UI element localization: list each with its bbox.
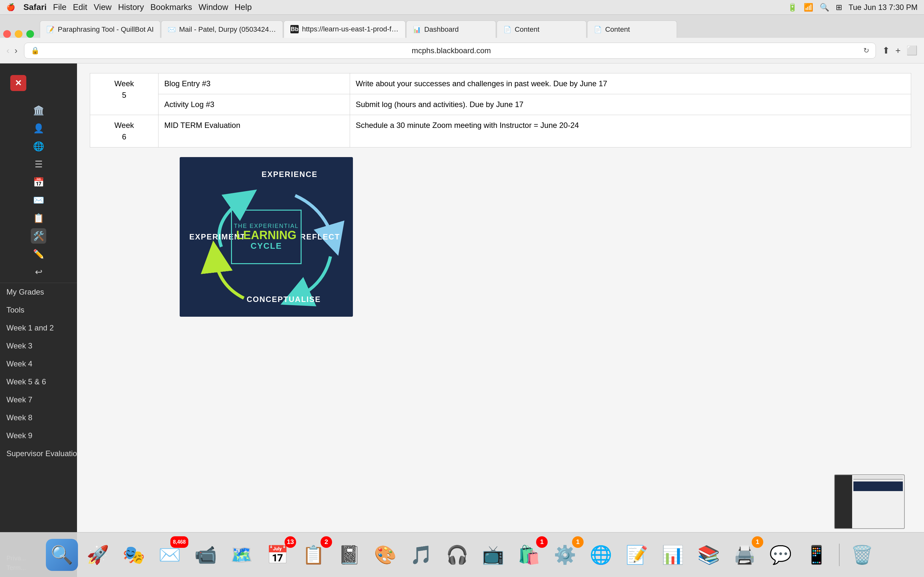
tab-label-mail: Mail - Patel, Durpy (0503424) - ... [179,25,276,34]
sidebar-icon-list[interactable]: ☰ [31,156,46,172]
sidebar-item-label-week4: Week 4 [6,359,32,368]
history-menu[interactable]: History [118,2,144,12]
window-menu[interactable]: Window [199,2,228,12]
reload-icon[interactable]: ↻ [863,47,869,55]
messenger-icon: 💬 [769,544,792,566]
toolbar-actions: ⬆ + ⬜ [882,45,918,56]
sidebar-icon-globe[interactable]: 🌐 [31,139,46,154]
reminders-icon: 📋 [302,544,325,566]
dock-notes[interactable]: 📓 [333,539,365,571]
dock-printer[interactable]: 🖨️ 1 [729,539,761,571]
edit-menu[interactable]: Edit [73,2,87,12]
sidebar-icon-calendar[interactable]: 📅 [31,174,46,190]
dock-mission-control[interactable]: 🎭 [118,539,150,571]
maps-icon: 🗺️ [230,544,253,566]
sidebar-item-week4[interactable]: Week 4 [0,355,77,373]
dock-tv[interactable]: 📺 [477,539,509,571]
sidebar: ✕ 🏛️ 👤 🌐 ☰ 📅 ✉️ 📋 🛠️ ✏️ ↩ [0,63,77,577]
help-menu[interactable]: Help [234,2,252,12]
printer-badge: 1 [752,536,763,548]
lc-title-cycle: CYCLE [250,241,282,251]
traffic-lights [3,30,34,38]
dock-podcasts[interactable]: 🎧 [441,539,473,571]
tab-label-content2: Content [605,25,670,34]
dock-maps[interactable]: 🗺️ [226,539,258,571]
sidebar-item-week3[interactable]: Week 3 [0,337,77,355]
mail-badge: 8,468 [170,536,188,548]
dock-music[interactable]: 🎵 [405,539,437,571]
dock-system-prefs[interactable]: ⚙️ 1 [549,539,581,571]
file-menu[interactable]: File [53,2,66,12]
tab-favicon-content2: 📄 [594,26,602,33]
bookmarks-menu[interactable]: Bookmarks [150,2,192,12]
apple-menu[interactable]: 🍎 [6,3,15,11]
dock-trash[interactable]: 🗑️ [846,539,878,571]
sidebar-icon-edit[interactable]: ✏️ [31,246,46,261]
dock-app-store[interactable]: 🛍️ 1 [513,539,545,571]
tab-dashboard[interactable]: 📊 Dashboard [406,21,496,38]
dock-launchpad[interactable]: 🚀 [82,539,114,571]
new-tab-button[interactable]: + [895,45,901,56]
close-window-button[interactable] [3,30,11,38]
dock-powerpoint[interactable]: 📊 [657,539,689,571]
search-icon[interactable]: 🔍 [820,3,829,12]
sidebar-item-my-grades[interactable]: My Grades [0,283,77,301]
sidebar-item-tools[interactable]: Tools [0,301,77,319]
dock-messages[interactable]: 📱 [800,539,833,571]
sidebar-item-week9[interactable]: Week 9 [0,427,77,445]
sidebar-item-label-week1-2: Week 1 and 2 [6,324,54,332]
sidebar-icon-mail[interactable]: ✉️ [31,192,46,208]
tab-content2[interactable]: 📄 Content [587,21,677,38]
sidebar-close-button[interactable]: ✕ [10,75,26,91]
tab-favicon-paraphrasing: 📝 [47,26,55,33]
dock-messenger[interactable]: 💬 [764,539,796,571]
wifi-icon: 📶 [804,3,813,12]
dock-reminders[interactable]: 📋 2 [297,539,330,571]
tab-content1[interactable]: 📄 Content [497,21,586,38]
tab-favicon-content1: 📄 [503,26,511,33]
sidebar-item-week1-2[interactable]: Week 1 and 2 [0,319,77,337]
view-menu[interactable]: View [94,2,111,12]
notes-icon: 📓 [338,544,360,566]
back-button[interactable]: ‹ [6,45,9,56]
dock-ibooks[interactable]: 📚 [693,539,725,571]
sidebar-menu: My Grades Tools Week 1 and 2 Week 3 Week… [0,283,77,549]
tab-overview-button[interactable]: ⬜ [906,45,918,56]
close-icon: ✕ [15,78,22,88]
sidebar-icon-back[interactable]: ↩ [31,264,46,279]
app-name[interactable]: Safari [23,2,47,12]
tab-favicon-mail: ✉️ [168,26,176,33]
tab-mail[interactable]: ✉️ Mail - Patel, Durpy (0503424) - ... [161,21,283,38]
tab-paraphrasing[interactable]: 📝 Paraphrasing Tool - QuillBot AI [40,21,160,38]
browser-toolbar: ‹ › 🔒 mcphs.blackboard.com ↻ ⬆ + ⬜ [0,38,924,63]
dock-mail[interactable]: ✉️ 8,468 [153,539,186,571]
dock-freeform[interactable]: 🎨 [369,539,401,571]
tab-blackboard[interactable]: Bb https://learn-us-east-1-prod-fle... [284,21,405,38]
dock-calendar[interactable]: 📅 13 [262,539,294,571]
dock-word[interactable]: 📝 [621,539,653,571]
sidebar-icon-tools[interactable]: 🛠️ [31,228,46,243]
forward-button[interactable]: › [15,45,17,56]
sidebar-item-label-week5-6: Week 5 & 6 [6,377,46,386]
dock-facetime[interactable]: 📹 [190,539,222,571]
tab-label-dashboard: Dashboard [424,25,489,34]
battery-icon: 🔋 [788,3,797,12]
sidebar-item-week7[interactable]: Week 7 [0,391,77,409]
url-text: mcphs.blackboard.com [43,46,859,55]
control-center-icon[interactable]: ⊞ [836,3,842,12]
address-bar[interactable]: 🔒 mcphs.blackboard.com ↻ [24,43,876,59]
maximize-window-button[interactable] [26,30,34,38]
activity-log-3-cell: Activity Log #3 [158,94,350,115]
tab-label-blackboard: https://learn-us-east-1-prod-fle... [302,25,399,33]
sidebar-item-week8[interactable]: Week 8 [0,409,77,427]
minimize-window-button[interactable] [15,30,23,38]
sidebar-item-supervisor-evaluation[interactable]: Supervisor Evaluation [0,445,77,463]
table-row: Activity Log #3 Submit log (hours and ac… [90,94,911,115]
sidebar-icon-institution[interactable]: 🏛️ [31,103,46,118]
dock-finder[interactable]: 🔍 [46,539,78,571]
sidebar-icon-user[interactable]: 👤 [31,121,46,136]
share-button[interactable]: ⬆ [882,45,890,56]
dock-chrome[interactable]: 🌐 [585,539,617,571]
sidebar-icon-notes[interactable]: 📋 [31,210,46,226]
sidebar-item-week5-6[interactable]: Week 5 & 6 [0,373,77,391]
